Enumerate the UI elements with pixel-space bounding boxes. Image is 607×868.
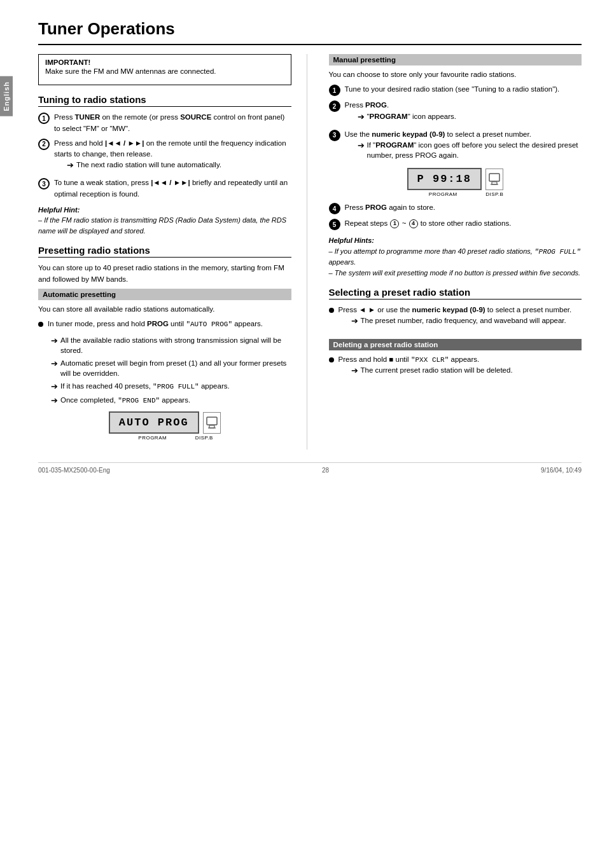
manual-prog-label: PROGRAM: [405, 191, 481, 197]
auto-display-inner: AUTO PROG PROGRAM DISP.B: [109, 411, 221, 441]
arrow-icon-m2: ➔: [358, 111, 365, 123]
auto-display-labels: PROGRAM DISP.B: [115, 435, 215, 441]
display-icon-svg: [206, 416, 218, 430]
footer-page-number: 28: [322, 467, 329, 474]
selecting-arrow1: ➔ The preset number, radio frequency, an…: [351, 315, 582, 327]
helpful-hint-text: – If the FM radio station is transmittin…: [38, 215, 291, 236]
step-ref-4: 4: [409, 219, 418, 228]
helpful-hint: Helpful Hint: – If the FM radio station …: [38, 205, 291, 237]
manual-step-num-1: 1: [329, 85, 340, 96]
auto-display-box: AUTO PROG: [109, 411, 199, 434]
tuning-step2: 2 Press and hold |◄◄ / ►►| on the remote…: [38, 138, 291, 174]
deleting-bullet-dot: [329, 357, 334, 362]
auto-arrow3-text: If it has reached 40 presets, "PROG FULL…: [60, 381, 230, 392]
deleting-section: Deleting a preset radio station Press an…: [329, 339, 582, 380]
svg-rect-4: [492, 182, 497, 184]
manual-step1: 1 Tune to your desired radio station (se…: [329, 84, 582, 96]
footer-date: 9/16/04, 10:49: [541, 467, 582, 474]
manual-step5: 5 Repeat steps 1 ~ 4 to store other radi…: [329, 218, 582, 230]
manual-display-box: P 99:18: [407, 168, 482, 190]
arrow-icon-1: ➔: [51, 335, 58, 347]
manual-display-wrapper: P 99:18 PROGRAM DISP.B: [329, 168, 582, 197]
auto-arrow1: ➔ All the available radio stations with …: [51, 335, 291, 355]
helpful-hint-title: Helpful Hint:: [38, 205, 291, 216]
selecting-bullet-dot: [329, 308, 334, 313]
manual-disp-label: DISP.B: [484, 191, 505, 197]
important-title: IMPORTANT!: [45, 59, 284, 66]
page-title: Tuner Operations: [38, 19, 582, 45]
deleting-heading: Deleting a preset radio station: [329, 339, 582, 350]
manual-step-num-5: 5: [329, 219, 340, 230]
tuning-step2-arrow: The next radio station will tune automat…: [76, 160, 221, 170]
tuning-heading: Tuning to radio stations: [38, 94, 291, 107]
auto-prog-label: PROGRAM: [115, 435, 191, 441]
manual-step2: 2 Press PROG. ➔ "PROGRAM" icon appears.: [329, 100, 582, 125]
manual-step-num-4: 4: [329, 203, 340, 214]
step-num-3: 3: [38, 178, 50, 189]
arrow-icon-3: ➔: [51, 381, 58, 392]
manual-display-icon: [485, 169, 503, 190]
deleting-bullet1: Press and hold ■ until "PXX CLR" appears…: [329, 354, 582, 380]
auto-arrow1-text: All the available radio stations with st…: [60, 335, 291, 355]
important-box: IMPORTANT! Make sure the FM and MW anten…: [38, 54, 291, 85]
auto-arrow2-text: Automatic preset will begin from preset …: [60, 358, 291, 378]
svg-rect-0: [207, 417, 217, 425]
tuning-step2-text: Press and hold |◄◄ / ►►| on the remote u…: [54, 138, 291, 174]
auto-arrow4-text: Once completed, "PROG END" appears.: [60, 395, 190, 406]
selecting-bullet1: Press ◄ ► or use the numeric keypad (0-9…: [329, 305, 582, 329]
manual-step2-text: Press PROG. ➔ "PROGRAM" icon appears.: [345, 100, 582, 125]
auto-display-row: AUTO PROG: [109, 411, 221, 434]
tuning-step3: 3 To tune a weak station, press |◄◄ / ►►…: [38, 177, 291, 200]
auto-arrow2: ➔ Automatic preset will begin from prese…: [51, 358, 291, 378]
manual-helpful-hints-title: Helpful Hints:: [329, 235, 582, 246]
manual-display-row: P 99:18: [407, 168, 503, 190]
step-ref-1: 1: [390, 219, 399, 228]
manual-step4: 4 Press PROG again to store.: [329, 202, 582, 214]
manual-display-inner: P 99:18 PROGRAM DISP.B: [405, 168, 505, 197]
selecting-arrow1-text: The preset number, radio frequency, and …: [361, 315, 566, 326]
manual-step3-text: Use the numeric keypad (0-9) to select a…: [345, 129, 582, 163]
auto-display-icon: [203, 412, 221, 434]
auto-display-text: AUTO PROG: [119, 417, 189, 429]
manual-presetting-heading: Manual presetting: [329, 54, 582, 65]
selecting-heading: Selecting a preset radio station: [329, 287, 582, 300]
tuning-step1: 1 Press TUNER on the remote (or press SO…: [38, 112, 291, 134]
manual-step3-arrow-item: ➔ If "PROGRAM" icon goes off before you …: [358, 140, 582, 160]
manual-step2-arrow-item: ➔ "PROGRAM" icon appears.: [358, 111, 582, 123]
important-text: Make sure the FM and MW antennas are con…: [45, 66, 284, 77]
manual-step4-text: Press PROG again to store.: [345, 202, 582, 213]
arrow-icon: ➔: [67, 160, 74, 171]
manual-presetting-section: Manual presetting You can choose to stor…: [329, 54, 582, 278]
presetting-section: Presetting radio stations You can store …: [38, 245, 291, 441]
manual-helpful-hint1: – If you attempt to programme more than …: [329, 246, 582, 268]
svg-rect-3: [489, 174, 499, 181]
selecting-section: Selecting a preset radio station Press ◄…: [329, 287, 582, 329]
arrow-icon-4: ➔: [51, 395, 58, 406]
presetting-body: You can store up to 40 preset radio stat…: [38, 263, 291, 285]
auto-presetting-box: Automatic presetting: [38, 289, 291, 300]
tuning-step3-text: To tune a weak station, press |◄◄ / ►►| …: [54, 177, 291, 200]
manual-step5-text: Repeat steps 1 ~ 4 to store other radio …: [345, 218, 582, 229]
arrow-icon-s1: ➔: [351, 315, 358, 327]
arrow-icon-2: ➔: [51, 358, 58, 369]
manual-helpful-hint2: – The system will exit presetting mode i…: [329, 268, 582, 279]
manual-step3-arrow: If "PROGRAM" icon goes off before you se…: [367, 140, 582, 160]
step-num-1: 1: [38, 113, 50, 124]
manual-step-num-2: 2: [329, 100, 340, 112]
manual-step2-arrow: "PROGRAM" icon appears.: [367, 111, 456, 121]
manual-step-num-3: 3: [329, 130, 340, 141]
sidebar-label: English: [0, 76, 13, 116]
deleting-bullet1-text: Press and hold ■ until "PXX CLR" appears…: [338, 354, 582, 380]
tuning-step1-text: Press TUNER on the remote (or press SOUR…: [54, 112, 291, 134]
auto-presetting-body: You can store all available radio statio…: [38, 304, 291, 315]
manual-presetting-body: You can choose to store only your favour…: [329, 69, 582, 80]
auto-disp-label: DISP.B: [193, 435, 215, 441]
auto-arrow4: ➔ Once completed, "PROG END" appears.: [51, 395, 291, 406]
bullet-dot: [38, 322, 43, 327]
arrow-icon-m3: ➔: [358, 140, 365, 151]
selecting-bullet1-text: Press ◄ ► or use the numeric keypad (0-9…: [338, 305, 582, 329]
manual-step3: 3 Use the numeric keypad (0-9) to select…: [329, 129, 582, 163]
manual-display-labels: PROGRAM DISP.B: [405, 191, 505, 197]
page-footer: 001-035-MX2500-00-Eng 28 9/16/04, 10:49: [38, 462, 582, 474]
tuning-section: Tuning to radio stations 1 Press TUNER o…: [38, 94, 291, 236]
